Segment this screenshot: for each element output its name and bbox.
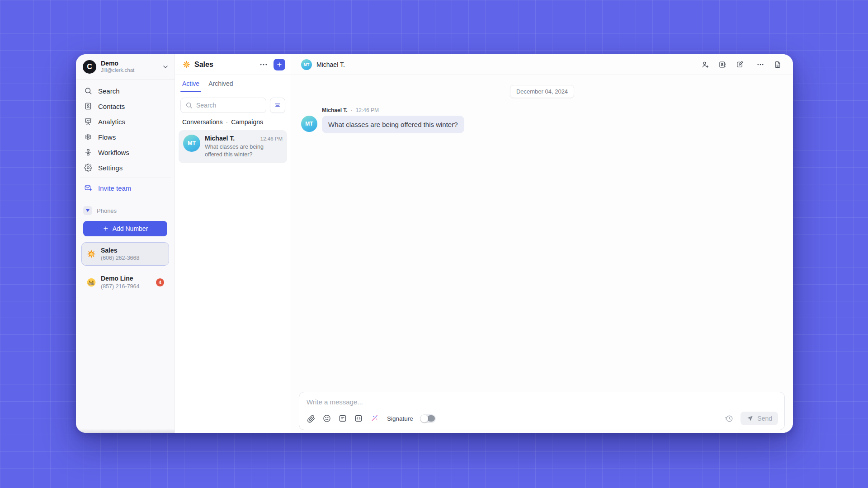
avatar: MT bbox=[301, 116, 317, 132]
add-number-label: Add Number bbox=[113, 225, 148, 232]
avatar: MT bbox=[183, 135, 200, 152]
search-input[interactable] bbox=[196, 102, 261, 109]
contact-details-button[interactable] bbox=[717, 59, 728, 70]
inbox-title: Sales bbox=[194, 61, 213, 69]
sidebar-item-analytics[interactable]: Analytics bbox=[80, 114, 171, 129]
code-snippet-button[interactable] bbox=[354, 414, 363, 423]
phone-line-name: Sales bbox=[101, 246, 139, 254]
phone-line-number: (606) 262-3668 bbox=[101, 254, 139, 262]
send-button[interactable]: Send bbox=[741, 412, 778, 425]
filter-button[interactable] bbox=[270, 98, 285, 113]
workspace-name: Demo bbox=[101, 60, 134, 67]
sidebar-item-label: Search bbox=[98, 87, 120, 95]
schedule-send-button[interactable] bbox=[724, 414, 734, 423]
workspace-meta: Demo Jill@clerk.chat bbox=[101, 60, 134, 74]
app-window: C Demo Jill@clerk.chat Search Contacts A… bbox=[76, 54, 793, 433]
new-conversation-button[interactable] bbox=[274, 59, 285, 70]
boom-emoji-icon bbox=[182, 60, 191, 69]
filter-campaigns[interactable]: Campaigns bbox=[231, 118, 263, 126]
message-meta: Michael T. · 12:46 PM bbox=[322, 107, 793, 113]
paper-plane-icon bbox=[746, 415, 754, 422]
phone-line-meta: Demo Line (857) 216-7964 bbox=[101, 274, 139, 290]
workflows-icon bbox=[84, 148, 92, 156]
conversation-list-item[interactable]: MT Michael T. 12:46 PM What classes are … bbox=[179, 130, 287, 163]
compose-note-button[interactable] bbox=[734, 59, 745, 70]
document-icon bbox=[774, 61, 782, 69]
chat-contact-name: Michael T. bbox=[316, 61, 345, 68]
sidebar-nav: Search Contacts Analytics Flows Workflow… bbox=[76, 80, 175, 197]
inbox-more-button[interactable] bbox=[258, 59, 269, 70]
plus-icon bbox=[103, 225, 109, 232]
sidebar-item-contacts[interactable]: Contacts bbox=[80, 99, 171, 114]
inbox-header-actions bbox=[258, 59, 285, 70]
conversation-preview: What classes are being offered this wint… bbox=[205, 143, 273, 159]
message-input[interactable] bbox=[307, 398, 777, 406]
sidebar: C Demo Jill@clerk.chat Search Contacts A… bbox=[76, 54, 175, 433]
attach-file-button[interactable] bbox=[307, 414, 316, 423]
grimace-emoji-icon bbox=[86, 277, 96, 287]
tab-archived[interactable]: Archived bbox=[208, 75, 233, 92]
sidebar-item-label: Contacts bbox=[98, 103, 125, 110]
toggle-knob bbox=[420, 415, 428, 422]
inbox-panel: Sales Active Archived bbox=[175, 54, 291, 433]
more-dots-icon bbox=[756, 61, 764, 69]
composer-right-actions: Send bbox=[724, 412, 778, 425]
template-button[interactable] bbox=[338, 414, 347, 423]
sidebar-divider bbox=[80, 178, 171, 178]
sidebar-item-label: Workflows bbox=[98, 149, 129, 156]
tab-active[interactable]: Active bbox=[182, 75, 199, 92]
sidebar-item-flows[interactable]: Flows bbox=[80, 129, 171, 145]
conversation-name: Michael T. bbox=[205, 135, 235, 142]
toggle-track-dark bbox=[427, 415, 435, 422]
workspace-logo: C bbox=[83, 60, 96, 74]
phone-line-demo[interactable]: Demo Line (857) 216-7964 4 bbox=[81, 270, 169, 294]
phones-caret-icon bbox=[86, 209, 90, 212]
workspace-switcher[interactable]: C Demo Jill@clerk.chat bbox=[76, 54, 175, 80]
filter-icon bbox=[274, 102, 281, 109]
inbox-header: Sales bbox=[175, 54, 291, 75]
ai-assist-button[interactable] bbox=[370, 414, 379, 423]
notes-document-button[interactable] bbox=[772, 59, 783, 70]
sidebar-item-label: Flows bbox=[98, 133, 116, 141]
phone-line-name: Demo Line bbox=[101, 274, 139, 282]
desktop-background: { "app": { "background_color": "#6064e8"… bbox=[0, 0, 868, 488]
signature-toggle[interactable] bbox=[420, 414, 436, 423]
emoji-button[interactable] bbox=[322, 414, 331, 423]
sidebar-item-settings[interactable]: Settings bbox=[80, 160, 171, 175]
sidebar-item-invite-team[interactable]: Invite team bbox=[80, 180, 171, 196]
send-button-label: Send bbox=[757, 415, 772, 422]
paperclip-icon bbox=[307, 414, 316, 423]
conversation-time: 12:46 PM bbox=[260, 136, 283, 141]
person-add-icon bbox=[701, 61, 709, 69]
phone-line-meta: Sales (606) 262-3668 bbox=[101, 246, 139, 262]
conversation-main: Michael T. 12:46 PM What classes are bei… bbox=[205, 135, 283, 159]
filter-separator: · bbox=[226, 118, 228, 126]
composer-input-wrap bbox=[299, 392, 784, 408]
analytics-icon bbox=[84, 117, 92, 126]
chat-more-button[interactable] bbox=[755, 59, 766, 70]
filter-conversations[interactable]: Conversations bbox=[182, 118, 223, 126]
chat-message-area: December 04, 2024 Michael T. · 12:46 PM … bbox=[291, 75, 793, 392]
add-number-button[interactable]: Add Number bbox=[83, 221, 167, 236]
date-divider: December 04, 2024 bbox=[510, 85, 574, 98]
phone-line-sales[interactable]: Sales (606) 262-3668 bbox=[81, 242, 169, 266]
sidebar-item-workflows[interactable]: Workflows bbox=[80, 145, 171, 160]
message-meta-separator: · bbox=[351, 107, 353, 113]
magic-wand-icon bbox=[370, 414, 379, 423]
code-icon bbox=[354, 414, 363, 423]
inbox-tabs: Active Archived bbox=[175, 75, 291, 92]
add-person-button[interactable] bbox=[700, 59, 711, 70]
search-box bbox=[180, 98, 266, 113]
contacts-icon bbox=[84, 102, 92, 110]
sidebar-divider bbox=[76, 199, 175, 199]
phones-collapse-button[interactable] bbox=[83, 206, 92, 215]
inbox-search-row bbox=[175, 92, 291, 116]
message-sender: Michael T. bbox=[322, 107, 348, 113]
search-icon bbox=[84, 87, 92, 95]
settings-icon bbox=[84, 164, 92, 172]
more-dots-icon bbox=[259, 60, 268, 69]
phones-section-header: Phones bbox=[76, 202, 175, 217]
chevron-down-icon bbox=[162, 63, 169, 70]
sidebar-item-search[interactable]: Search bbox=[80, 83, 171, 99]
plus-icon bbox=[276, 61, 283, 68]
